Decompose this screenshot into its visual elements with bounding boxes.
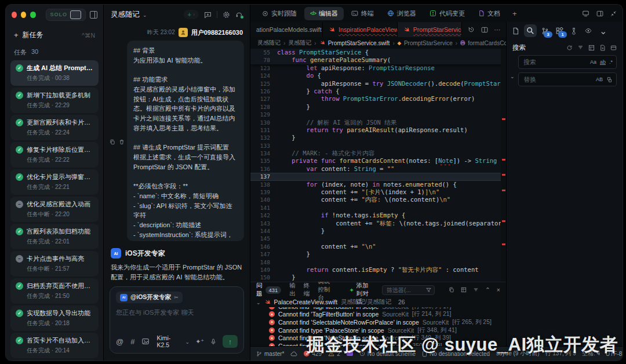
error-count[interactable]: × 429 bbox=[304, 351, 322, 357]
warning-count[interactable]: 2 bbox=[328, 351, 340, 357]
solo-mode-badge[interactable]: SOLO bbox=[46, 9, 86, 21]
git-branch-status[interactable]: master* bbox=[256, 351, 284, 357]
more-actions-icon[interactable]: ⋯ bbox=[494, 26, 501, 33]
task-card[interactable]: ✓ 宫殿列表添加归档功能 任务完成 · 22:01 bbox=[10, 224, 99, 249]
microphone-icon[interactable] bbox=[210, 338, 217, 345]
model-selector[interactable]: Kimi-K2.5 ⌄ bbox=[156, 334, 190, 348]
send-button[interactable]: ↑ bbox=[223, 335, 238, 348]
collapse-all-icon[interactable] bbox=[473, 287, 479, 293]
task-card[interactable]: ✓ 新增下拉加载更多机制 任务完成 · 22:29 bbox=[10, 88, 99, 113]
settings-gear-icon[interactable] bbox=[223, 11, 230, 19]
cursor-position[interactable]: 行 137, 列 9 bbox=[545, 350, 576, 358]
toggle-replace-icon[interactable]: ⌄ bbox=[510, 74, 515, 79]
overview-ruler[interactable] bbox=[501, 49, 506, 282]
close-window-button[interactable] bbox=[12, 12, 17, 18]
file-tab-promptstar-service[interactable]: PromptStarService.swift × bbox=[398, 22, 462, 37]
problem-row[interactable]: × Cannot find 'SelectableNoteRowForPalac… bbox=[250, 318, 506, 326]
chevron-down-icon[interactable]: ⌄ bbox=[599, 26, 607, 37]
problem-row[interactable]: × Cannot find 'TagFilterButton' in scope… bbox=[250, 311, 506, 319]
file-tab-palace-models[interactable]: ationPalaceModels.swift bbox=[250, 22, 323, 37]
tab-problems[interactable]: 问题 431 bbox=[256, 282, 281, 298]
copy-all-icon[interactable] bbox=[449, 287, 454, 293]
scheme-status[interactable]: No default scheme bbox=[359, 351, 416, 357]
task-card[interactable]: ✓ 归档丢弃页面不使用首页搜... 任务完成 · 21:50 bbox=[10, 278, 99, 304]
task-card[interactable]: − 优化灵感宫殿进入动画 任务中断 · 22:20 bbox=[10, 196, 99, 222]
tab-output[interactable]: 输出 bbox=[289, 282, 296, 298]
match-case-icon[interactable]: Aa bbox=[590, 59, 596, 65]
clear-results-icon[interactable] bbox=[577, 45, 584, 51]
new-chat-icon[interactable] bbox=[204, 11, 212, 19]
problem-row[interactable]: × Cannot find type 'NoteStore' in scope … bbox=[250, 334, 506, 342]
task-card[interactable]: − 卡片点击事件与高亮 任务中断 · 21:57 bbox=[10, 251, 99, 276]
breadcrumb[interactable]: 灵感随记 › 灵感随记 › PromptStarService.swift › … bbox=[250, 37, 506, 49]
close-panel-icon[interactable]: × bbox=[497, 286, 500, 293]
mention-at-icon[interactable]: @ bbox=[116, 337, 123, 346]
indentation-status[interactable]: 空格: 4 bbox=[582, 350, 600, 358]
zoom-window-button[interactable] bbox=[30, 12, 35, 18]
new-task-button[interactable]: + 新任务 ^⌘N bbox=[12, 27, 97, 43]
copy-icon[interactable] bbox=[110, 43, 115, 241]
enhance-prompt-icon[interactable]: ✦⁺ bbox=[195, 338, 204, 345]
layout-panel-icon[interactable] bbox=[596, 10, 603, 17]
device-preview-icon[interactable] bbox=[582, 10, 589, 17]
tab-terminal[interactable]: 终端 bbox=[345, 7, 380, 20]
extensions-icon[interactable]: 1 bbox=[556, 27, 563, 35]
chat-input-box[interactable]: AI @iOS开发专家 ✂ 您正在与 iOS开发专家 聊天 @ # Kimi-K… bbox=[110, 286, 244, 354]
tab-browser[interactable]: 浏览器 bbox=[381, 7, 422, 20]
regex-icon[interactable]: .* bbox=[609, 59, 613, 65]
code-editor[interactable]: 55class PromptStarService {78 func gener… bbox=[250, 49, 506, 282]
new-session-pill[interactable]: + › bbox=[184, 10, 199, 19]
add-tab-button[interactable]: + bbox=[508, 9, 522, 18]
open-in-editor-icon[interactable] bbox=[588, 45, 595, 51]
support-headset-icon[interactable] bbox=[235, 11, 243, 19]
whole-word-icon[interactable]: ab bbox=[600, 59, 606, 65]
problem-row[interactable]: × Cannot find type 'PalaceStore' in scop… bbox=[250, 326, 506, 334]
preview-eye-icon[interactable] bbox=[584, 27, 592, 34]
agent-mention-chip[interactable]: AI @iOS开发专家 ✂ bbox=[116, 292, 183, 303]
task-card[interactable]: ✓ 实现数据导入导出功能 任务完成 · 20:18 bbox=[10, 305, 99, 331]
destination-status[interactable]: No destination selected bbox=[422, 351, 490, 357]
attach-image-icon[interactable] bbox=[141, 337, 150, 345]
scissors-icon[interactable]: ✂ bbox=[174, 294, 179, 300]
view-as-table-icon[interactable] bbox=[461, 287, 467, 293]
problems-filter-box[interactable] bbox=[382, 285, 435, 295]
split-editor-icon[interactable] bbox=[481, 27, 488, 33]
expand-details-icon[interactable] bbox=[610, 45, 617, 51]
task-card[interactable]: ✓ 修复卡片移除后位置异常 任务完成 · 22:22 bbox=[10, 142, 99, 168]
blame-author[interactable]: suyue (9 小时前) bbox=[496, 350, 539, 358]
task-card[interactable]: ✓ 生成 AI 总结 PromptStar 配置 任务完成 · 00:38 bbox=[10, 60, 99, 86]
collapse-icon[interactable] bbox=[610, 10, 617, 17]
plugin-status-icon[interactable] bbox=[347, 351, 353, 356]
task-card[interactable]: ✓ 更新宫殿列表和卡片数量 任务完成 · 22:24 bbox=[10, 115, 99, 140]
chat-title[interactable]: 灵感随记 bbox=[111, 10, 140, 20]
encoding-status[interactable]: UTF-8 bbox=[606, 351, 622, 357]
problem-row[interactable]: × Cannot find type 'Palace' in scope Sou… bbox=[250, 342, 506, 346]
chat-input-placeholder[interactable]: 您正在与 iOS开发专家 聊天 bbox=[116, 308, 238, 317]
replace-input-box[interactable]: AB bbox=[518, 72, 617, 86]
task-card[interactable]: ✓ 卡片弹窗关闭不保存 任务完成 · 19:07 bbox=[10, 360, 99, 361]
search-input-box[interactable]: Aa ab .* bbox=[518, 55, 617, 69]
delete-icon[interactable] bbox=[119, 43, 125, 241]
file-tab-viewmodel[interactable]: InspirationPalaceViewModel.swift bbox=[323, 22, 398, 37]
explorer-file-icon[interactable] bbox=[512, 27, 519, 35]
sync-status[interactable] bbox=[290, 351, 297, 356]
task-card[interactable]: ✓ 优化卡片显示与弹窗交互 任务完成 · 22:21 bbox=[10, 169, 99, 195]
replace-input[interactable] bbox=[522, 75, 596, 83]
tab-terminal-panel[interactable]: 终端 bbox=[304, 282, 310, 298]
tab-docs[interactable]: 文档 bbox=[472, 7, 506, 20]
user-message-bubble[interactable]: ## 背景 为应用添加 AI 智能功能。 ## 功能需求 在灵感宫殿的灵感小结弹… bbox=[127, 41, 244, 241]
file-history-icon[interactable] bbox=[468, 26, 475, 33]
problems-file-group[interactable]: ⌄ PalaceCreateView.swift 灵感随记/灵感随记 26 bbox=[250, 297, 506, 307]
tab-editor[interactable]: </> 编辑器 bbox=[304, 7, 344, 20]
chevron-down-icon[interactable]: ⌄ bbox=[143, 12, 147, 18]
replace-all-icon[interactable] bbox=[606, 77, 613, 83]
tab-code-changes[interactable]: 代码变更 bbox=[424, 7, 471, 20]
search-input[interactable] bbox=[522, 58, 590, 66]
hashtag-icon[interactable]: # bbox=[130, 337, 134, 346]
new-search-editor-icon[interactable] bbox=[599, 45, 606, 51]
tab-live-follow[interactable]: 实时跟随 bbox=[256, 7, 303, 20]
sidebar-toggle-icon[interactable] bbox=[90, 11, 97, 19]
test-flask-icon[interactable] bbox=[570, 27, 577, 35]
maximize-panel-icon[interactable]: ⌃ bbox=[485, 286, 490, 293]
problems-filter-input[interactable] bbox=[385, 286, 424, 294]
